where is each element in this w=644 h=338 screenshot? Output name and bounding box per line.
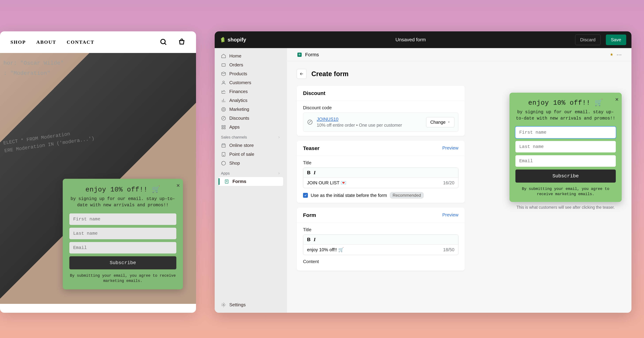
admin-main: Forms ⋯ Create form Discount Discount co… (287, 48, 632, 313)
discount-row: JOINUS10 10% off entire order • One use … (303, 112, 458, 132)
topbar-status: Unsaved form (252, 37, 570, 42)
form-content-label: Content (303, 259, 458, 264)
svg-point-0 (161, 40, 165, 44)
email-input[interactable] (69, 242, 176, 254)
storefront-hero: hor: "Oscar Wilde" : "Moderation" ELECT … (0, 53, 196, 304)
nav-finances[interactable]: Finances (218, 87, 283, 96)
nav-pos[interactable]: Point of sale (218, 150, 283, 159)
app-header: Forms ⋯ (287, 48, 632, 61)
form-preview-link[interactable]: Preview (442, 212, 458, 218)
teaser-title-count: 16/20 (443, 180, 454, 186)
italic-button[interactable]: I (314, 237, 316, 242)
bold-button[interactable]: B (307, 237, 310, 242)
nav-discounts[interactable]: Discounts (218, 114, 283, 123)
signup-popup-storefront: ✕ enjoy 10% off!! 🛒 by signing up for ou… (63, 179, 183, 290)
close-icon[interactable]: ✕ (615, 96, 618, 103)
popup-legal: By submitting your email, you agree to r… (69, 273, 176, 284)
svg-rect-13 (225, 180, 228, 183)
teaser-card: TeaserPreview Title BI JOIN OUR LIST 💌16… (297, 141, 465, 203)
discard-button[interactable]: Discard (575, 34, 600, 45)
first-name-input[interactable] (69, 214, 176, 225)
nav-settings[interactable]: Settings (218, 300, 283, 309)
discount-code-label: Discount code (303, 105, 458, 110)
discount-icon (307, 119, 313, 125)
check-icon (304, 194, 307, 197)
popup-subtitle: by signing up for our email. stay up-to-… (516, 109, 616, 122)
search-icon[interactable] (160, 38, 168, 46)
signup-popup-preview: ✕ enjoy 10% off!! 🛒 by signing up for ou… (510, 93, 622, 202)
form-title-count: 18/50 (443, 247, 454, 252)
svg-rect-7 (224, 126, 226, 127)
email-input[interactable] (516, 155, 616, 167)
italic-button[interactable]: I (314, 170, 316, 176)
shopify-logo[interactable]: shopify (220, 36, 246, 43)
popup-subtitle: by signing up for our email. stay up-to-… (69, 196, 176, 208)
forms-app-icon (297, 52, 302, 58)
subscribe-button[interactable]: Subscribe (516, 170, 616, 182)
subscribe-button[interactable]: Subscribe (69, 256, 176, 269)
more-icon[interactable]: ⋯ (616, 52, 622, 58)
nav-contact[interactable]: CONTACT (67, 40, 94, 45)
svg-rect-8 (222, 128, 223, 129)
svg-point-2 (223, 81, 224, 83)
teaser-title-input[interactable]: JOIN OUR LIST 💌 (307, 180, 346, 186)
chevron-right-icon[interactable] (277, 136, 281, 139)
popup-title: enjoy 10% off!! 🛒 (516, 98, 616, 107)
storefront-preview: SHOP ABOUT CONTACT hor: "Oscar Wilde" : … (0, 31, 196, 313)
teaser-title-editor: BI JOIN OUR LIST 💌16/20 (303, 168, 458, 188)
nav-forms[interactable]: Forms (218, 177, 283, 186)
nav-about[interactable]: ABOUT (36, 40, 56, 45)
caret-down-icon (447, 120, 450, 124)
initial-state-checkbox[interactable] (303, 193, 308, 198)
svg-point-3 (222, 107, 226, 111)
form-title-editor: BI enjoy 10% off!! 🛒18/50 (303, 234, 458, 255)
nav-shop[interactable]: SHOP (10, 40, 26, 45)
popup-title: enjoy 10% off!! 🛒 (69, 186, 176, 194)
discount-card: Discount Discount code JOINUS10 10% off … (297, 86, 465, 136)
admin-topbar: shopify Unsaved form Discard Save (215, 31, 632, 48)
hero-code-text-2: ELECT * FROM Moderation ERE Moderation I… (3, 127, 95, 155)
svg-point-14 (223, 304, 224, 306)
cart-icon[interactable] (178, 38, 186, 46)
discount-desc: 10% off entire order • One use per custo… (317, 123, 422, 128)
back-button[interactable] (297, 69, 306, 79)
first-name-input[interactable] (516, 127, 616, 138)
chevron-right-icon[interactable] (277, 172, 281, 175)
teaser-title-label: Title (303, 160, 458, 166)
form-title-input[interactable]: enjoy 10% off!! 🛒 (307, 247, 344, 252)
nav-marketing[interactable]: Marketing (218, 105, 283, 114)
teaser-heading: Teaser (303, 145, 320, 151)
pin-icon[interactable] (610, 52, 614, 57)
last-name-input[interactable] (69, 228, 176, 239)
bold-button[interactable]: B (307, 170, 310, 176)
close-icon[interactable]: ✕ (176, 182, 180, 189)
change-button[interactable]: Change (426, 117, 454, 127)
app-header-title: Forms (305, 52, 319, 58)
arrow-left-icon (299, 72, 304, 76)
nav-section-sales: Sales channels (218, 132, 283, 141)
admin-window: shopify Unsaved form Discard Save Home O… (215, 31, 632, 313)
form-title-label: Title (303, 227, 458, 232)
nav-analytics[interactable]: Analytics (218, 96, 283, 105)
save-button[interactable]: Save (606, 34, 626, 45)
nav-products[interactable]: Products (218, 69, 283, 78)
popup-legal: By submitting your email, you agree to r… (516, 186, 616, 197)
nav-orders[interactable]: Orders (218, 60, 283, 69)
admin-sidebar: Home Orders Products Customers Finances … (215, 48, 287, 313)
discount-code-link[interactable]: JOINUS10 (317, 116, 422, 122)
nav-shop[interactable]: Shop (218, 159, 283, 168)
teaser-preview-link[interactable]: Preview (442, 145, 458, 151)
nav-apps[interactable]: Apps (218, 123, 283, 132)
nav-home[interactable]: Home (218, 52, 283, 60)
nav-customers[interactable]: Customers (218, 78, 283, 87)
svg-rect-1 (222, 64, 225, 66)
page-header: Create form (287, 61, 632, 86)
form-heading: Form (303, 212, 316, 218)
nav-section-apps: Apps (218, 168, 283, 177)
hero-code-text-1: hor: "Oscar Wilde" : "Moderation" (4, 58, 64, 78)
page-title: Create form (311, 70, 348, 78)
nav-online-store[interactable]: Online store (218, 141, 283, 150)
svg-rect-9 (224, 128, 226, 129)
last-name-input[interactable] (516, 141, 616, 152)
svg-point-4 (223, 108, 224, 110)
